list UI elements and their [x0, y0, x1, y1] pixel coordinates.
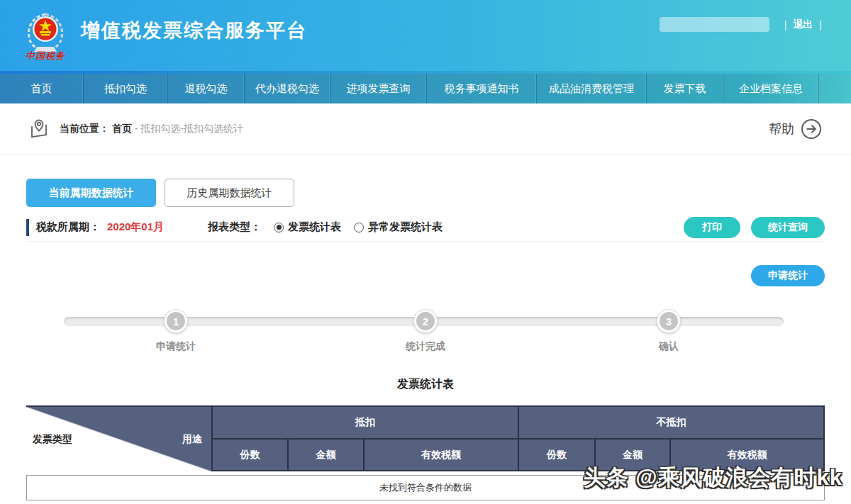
table-header: 发票类型 用途 抵扣 不抵扣 份数 金额 有效税额 份数 金额 有效税额 — [26, 405, 825, 471]
print-button[interactable]: 打印 — [684, 217, 740, 238]
nav-item-deduction-check[interactable]: 抵扣勾选 — [84, 74, 168, 103]
nav-item-refund-check[interactable]: 退税勾选 — [168, 74, 245, 103]
separator-pipe: | — [784, 19, 787, 30]
nav-item-agent-refund-check[interactable]: 代办退税勾选 — [245, 74, 330, 103]
report-type-label: 报表类型： — [208, 220, 261, 234]
main-content: 当前属期数据统计 历史属期数据统计 税款所属期： 2020年01月 报表类型： … — [0, 179, 851, 500]
filter-row: 税款所属期： 2020年01月 报表类型： 发票统计表 异常发票统计表 打印 统… — [26, 216, 825, 242]
step-circle-1: 1 — [165, 310, 187, 332]
toutiao-watermark: 头条 @乘风破浪会有时kk — [584, 463, 842, 493]
diagonal-header-cell: 发票类型 用途 — [26, 407, 213, 471]
tax-logo: 中国税务 — [21, 11, 69, 62]
step-circle-3: 3 — [657, 310, 680, 332]
radio-invoice-stats-label: 发票统计表 — [288, 220, 341, 234]
logout-link[interactable]: 退出 — [793, 18, 813, 31]
logo-caption: 中国税务 — [26, 50, 65, 62]
tab-current-period-stats[interactable]: 当前属期数据统计 — [26, 179, 156, 207]
header-usage: 用途 — [182, 433, 202, 446]
tax-period-label: 税款所属期： — [36, 220, 100, 234]
nav-filler — [819, 74, 851, 103]
header-deduct-count: 份数 — [213, 439, 289, 471]
apply-row: 申请统计 — [26, 265, 825, 286]
radio-selected-icon[interactable] — [274, 223, 284, 233]
radio-unselected-icon[interactable] — [354, 223, 364, 233]
progress-steps: 1 2 3 申请统计 统计完成 确认 — [26, 305, 825, 360]
nav-item-company-profile[interactable]: 企业档案信息 — [723, 74, 819, 103]
breadcrumb-home[interactable]: 首页 — [112, 123, 132, 134]
nav-item-refined-oil-tax[interactable]: 成品油消费税管理 — [537, 74, 647, 103]
header-group-no-deduct: 不抵扣 — [519, 407, 825, 439]
header-group-deduct: 抵扣 — [213, 407, 519, 439]
app-header: 中国税务 增值税发票综合服务平台 | 退出 | — [0, 0, 851, 71]
redacted-company-name — [660, 17, 769, 32]
separator-pipe: | — [819, 19, 822, 30]
breadcrumb-prefix: 当前位置： — [60, 123, 109, 134]
tax-emblem-icon — [21, 11, 69, 52]
radio-abnormal-invoice-stats-label: 异常发票统计表 — [368, 220, 443, 234]
stats-query-button[interactable]: 统计查询 — [751, 217, 825, 238]
period-tabs: 当前属期数据统计 历史属期数据统计 — [26, 179, 825, 207]
nav-item-tax-notice[interactable]: 税务事项通知书 — [427, 74, 537, 103]
nav-item-home[interactable]: 首页 — [0, 74, 84, 103]
header-invoice-type: 发票类型 — [33, 433, 72, 446]
breadcrumb-path: - 抵扣勾选-抵扣勾选统计 — [132, 123, 243, 134]
header-deduct-amount: 金额 — [289, 439, 365, 471]
table-title: 发票统计表 — [26, 377, 825, 392]
radio-abnormal-invoice-stats[interactable]: 异常发票统计表 — [354, 220, 443, 234]
step-circle-2: 2 — [414, 310, 437, 332]
nav-item-invoice-download[interactable]: 发票下载 — [647, 74, 723, 103]
map-location-icon — [28, 118, 50, 140]
step-label-complete: 统计完成 — [383, 340, 468, 353]
step-label-confirm: 确认 — [626, 340, 711, 353]
tab-history-period-stats[interactable]: 历史属期数据统计 — [165, 179, 294, 207]
help-arrow-icon[interactable] — [800, 118, 823, 140]
main-nav: 首页 抵扣勾选 退税勾选 代办退税勾选 进项发票查询 税务事项通知书 成品油消费… — [0, 74, 851, 103]
step-label-apply: 申请统计 — [133, 340, 218, 353]
help-link[interactable]: 帮助 — [769, 121, 794, 138]
header-deduct-valid-tax: 有效税额 — [365, 439, 519, 471]
tax-period-value: 2020年01月 — [107, 220, 164, 234]
breadcrumb: 当前位置： 首页 - 抵扣勾选-抵扣勾选统计 — [60, 123, 243, 135]
apply-stats-button[interactable]: 申请统计 — [751, 265, 825, 286]
nav-item-input-invoice-query[interactable]: 进项发票查询 — [330, 74, 427, 103]
section-marker-bar — [26, 219, 29, 236]
breadcrumb-bar: 当前位置： 首页 - 抵扣勾选-抵扣勾选统计 帮助 — [0, 103, 851, 155]
radio-invoice-stats[interactable]: 发票统计表 — [274, 220, 341, 234]
page-title: 增值税发票综合服务平台 — [81, 18, 307, 43]
